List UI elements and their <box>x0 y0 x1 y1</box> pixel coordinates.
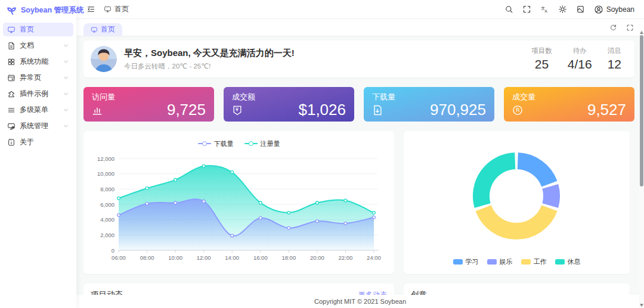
chevron-down-icon <box>63 91 69 97</box>
sidebar-item-label: 插件示例 <box>20 89 58 99</box>
sidebar-item-label: 异常页 <box>20 73 58 83</box>
greeting-title: 早安，Soybean, 今天又是充满活力的一天! <box>124 48 524 59</box>
avatar-image <box>91 46 117 72</box>
chevron-down-icon <box>63 107 69 113</box>
theme-drawer-button[interactable] <box>574 2 588 17</box>
bottom-row: 项目动态 更多动态 创意 <box>83 284 634 295</box>
refresh-button[interactable] <box>606 20 620 35</box>
legend-item[interactable]: 注册量 <box>244 139 280 148</box>
creative-title: 创意 <box>411 290 427 295</box>
charts-row: 下载量注册量 02,0004,0006,0008,00010,00012,000… <box>83 131 634 274</box>
document-icon <box>7 42 16 50</box>
file-download-icon <box>371 104 383 116</box>
creative-card: 创意 <box>404 284 630 295</box>
content-fullscreen-button[interactable] <box>623 20 637 35</box>
scroll-up-arrow[interactable] <box>640 31 643 34</box>
sidebar-item-label: 文档 <box>20 41 58 51</box>
sidebar-item-label: 多级菜单 <box>20 105 58 115</box>
avatar-icon <box>594 5 603 14</box>
svg-text:18:00: 18:00 <box>281 254 296 261</box>
search-icon <box>504 5 513 14</box>
stat-card-value: 9,725 <box>167 101 206 119</box>
svg-text:16:00: 16:00 <box>253 254 268 261</box>
exception-window-icon <box>7 74 16 82</box>
pie-chart-card: 学习娱乐工作休息 <box>404 131 630 274</box>
theme-palette-icon <box>576 5 585 14</box>
sidebar: Soybean 管理系统 首页 文档 系统功能 异常页 <box>0 0 76 308</box>
legend-marker <box>244 141 258 146</box>
svg-text:8,000: 8,000 <box>100 186 114 192</box>
monitor-icon <box>7 26 16 34</box>
svg-text:6,000: 6,000 <box>100 201 114 208</box>
stat-card-value: $1,026 <box>298 101 346 119</box>
money-badge-icon: ¥ <box>231 104 243 116</box>
refresh-icon <box>609 24 617 32</box>
legend-item[interactable]: 学习 <box>453 257 479 266</box>
legend-item[interactable]: 工作 <box>521 257 547 266</box>
legend-swatch <box>453 259 463 265</box>
user-menu[interactable]: Soybean <box>592 5 637 14</box>
sidebar-item-system-admin[interactable]: 系统管理 <box>3 119 73 133</box>
monitor-icon <box>104 5 112 13</box>
stat-value: 12 <box>608 57 621 71</box>
breadcrumb-home: 首页 <box>114 4 129 14</box>
line-chart-legend: 下载量注册量 <box>91 137 387 150</box>
chevron-down-icon <box>63 74 69 81</box>
legend-item[interactable]: 娱乐 <box>487 257 513 266</box>
info-icon <box>7 138 16 147</box>
header: 首页 文A Soybea <box>76 0 644 19</box>
language-button[interactable]: 文A <box>538 2 552 17</box>
system-settings-icon <box>7 122 16 130</box>
legend-label: 工作 <box>534 257 547 266</box>
stat-card-downloads: 下载量 970,925 <box>364 87 494 122</box>
legend-item[interactable]: 下载量 <box>198 139 234 148</box>
theme-sun-icon <box>558 5 567 14</box>
breadcrumb[interactable]: 首页 <box>104 4 129 14</box>
sidebar-item-label: 关于 <box>20 137 69 147</box>
scroll-down-arrow[interactable] <box>640 304 643 307</box>
stat-card-turnover: 成交额 ¥ $1,026 <box>224 87 354 122</box>
theme-mode-button[interactable] <box>556 2 570 17</box>
menu-fold-icon <box>86 5 95 14</box>
sidebar-item-label: 系统管理 <box>20 121 58 131</box>
svg-text:06:00: 06:00 <box>112 254 126 261</box>
sidebar-item-multi-menu[interactable]: 多级菜单 <box>3 103 73 117</box>
username: Soybean <box>606 5 634 14</box>
search-button[interactable] <box>502 2 516 17</box>
sidebar-item-functions[interactable]: 系统功能 <box>3 55 73 69</box>
scrollbar-thumb[interactable] <box>640 35 643 186</box>
stat-card-deals: 成交量 R 9,527 <box>504 87 634 122</box>
stat-todo: 待办 4/16 <box>568 46 592 71</box>
legend-item[interactable]: 休息 <box>555 257 581 266</box>
tab-home[interactable]: 首页 <box>83 23 122 36</box>
fullscreen-icon <box>626 24 634 32</box>
sidebar-item-exception[interactable]: 异常页 <box>3 71 73 85</box>
pie-chart-legend: 学习娱乐工作休息 <box>411 256 623 267</box>
sidebar-item-plugins[interactable]: 插件示例 <box>3 87 73 101</box>
tabbar-actions <box>606 20 637 35</box>
svg-text:08:00: 08:00 <box>140 254 154 261</box>
bar-chart-icon <box>91 104 103 116</box>
app-title: Soybean 管理系统 <box>21 5 84 15</box>
chevron-down-icon <box>63 123 69 129</box>
stat-label: 消息 <box>608 46 621 55</box>
stat-projects: 项目数 25 <box>531 46 552 71</box>
sidebar-item-about[interactable]: 关于 <box>3 135 73 149</box>
svg-text:12:00: 12:00 <box>197 254 211 261</box>
legend-label: 下载量 <box>214 139 234 148</box>
legend-swatch <box>555 259 565 265</box>
sidebar-collapse-button[interactable] <box>83 2 98 17</box>
app-logo[interactable]: Soybean 管理系统 <box>0 0 76 20</box>
sidebar-item-label: 首页 <box>20 24 69 35</box>
sidebar-item-home[interactable]: 首页 <box>3 23 73 36</box>
donut-chart <box>411 137 623 252</box>
header-actions: 文A Soybean <box>502 2 637 17</box>
stat-card-value: 9,527 <box>587 101 626 119</box>
svg-text:¥: ¥ <box>236 107 239 113</box>
svg-text:20:00: 20:00 <box>310 254 324 261</box>
fullscreen-button[interactable] <box>520 2 534 17</box>
sidebar-item-docs[interactable]: 文档 <box>3 39 73 52</box>
greeting-stats: 项目数 25 待办 4/16 消息 12 <box>531 46 627 71</box>
legend-label: 娱乐 <box>500 257 513 266</box>
more-news-link[interactable]: 更多动态 <box>358 290 387 295</box>
